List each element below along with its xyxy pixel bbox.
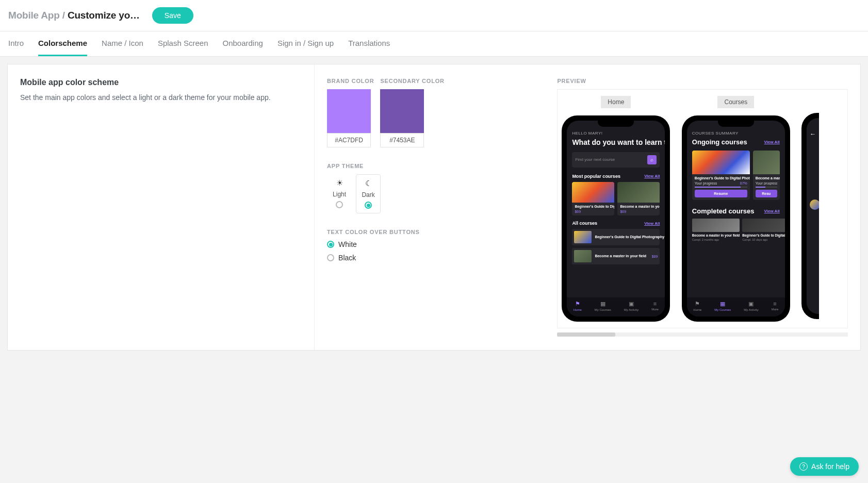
popular-card-2: Become a master in your field $69 xyxy=(617,182,660,215)
tabs: Intro Colorscheme Name / Icon Splash Scr… xyxy=(0,31,868,57)
preview-third-column: ← xyxy=(801,96,819,319)
ongoing-card-2: Become a master in your field Your progr… xyxy=(753,151,780,200)
grid-icon: ▦ xyxy=(714,301,731,307)
flag-icon: ⚑ xyxy=(574,301,582,307)
tab-colorscheme[interactable]: Colorscheme xyxy=(38,31,87,56)
greeting: HELLO MARY! xyxy=(572,131,660,136)
resume-button-2: Resu xyxy=(756,190,777,197)
card2-price: $69 xyxy=(617,210,660,215)
phone-navbar: ⚑Home ▦My Courses ▣My Activity ≡More xyxy=(567,297,665,317)
theme-dark-card[interactable]: ☾ Dark xyxy=(356,174,381,213)
theme-dark-label: Dark xyxy=(362,191,374,198)
comp1-meta: Compl. 2 months ago xyxy=(692,238,740,241)
og1-title: Beginner's Guide to Digital Photography xyxy=(692,174,750,181)
list2-title: Become a master in your field xyxy=(595,254,648,258)
tab-splash-screen[interactable]: Splash Screen xyxy=(158,31,208,56)
text-over-black-row[interactable]: Black xyxy=(327,254,532,262)
list-row-1: Beginner's Guide to Digital Photography … xyxy=(572,229,660,245)
brand-color-input[interactable]: #AC7DFD xyxy=(327,133,371,147)
og1-progress-label: Your progress xyxy=(695,181,717,185)
app-theme-label: APP THEME xyxy=(327,163,532,169)
right-column: PREVIEW Home HELLO MARY! What do you wan… xyxy=(545,64,860,350)
list2-price: $89 xyxy=(652,255,658,258)
view-all-completed: View All xyxy=(764,209,780,213)
section-title: Mobile app color scheme xyxy=(20,78,302,87)
sun-icon: ☀ xyxy=(336,178,343,188)
view-all-link-2: View All xyxy=(644,221,660,226)
phone-home-screen: HELLO MARY! What do you want to learn to… xyxy=(567,121,665,317)
tab-name-icon[interactable]: Name / Icon xyxy=(102,31,143,56)
secondary-color-label: SECONDARY COLOR xyxy=(380,78,444,84)
secondary-color-input[interactable]: #7453AE xyxy=(380,133,424,147)
phone-courses: COURSES SUMMARY Ongoing courses View All… xyxy=(682,115,790,322)
main-panel: Mobile app color scheme Set the main app… xyxy=(7,64,861,351)
preview-scrollbar[interactable] xyxy=(557,332,848,337)
search-icon: ⌕ xyxy=(647,155,657,164)
preview-home-tab: Home xyxy=(601,96,631,108)
header: Mobile App / Customize yo… Save xyxy=(0,0,868,31)
image-icon: ▣ xyxy=(624,301,638,307)
ongoing-card-1: Beginner's Guide to Digital Photography … xyxy=(692,151,750,200)
phone-courses-screen: COURSES SUMMARY Ongoing courses View All… xyxy=(687,121,785,317)
left-column: Mobile app color scheme Set the main app… xyxy=(8,64,315,350)
nav2-home: ⚑Home xyxy=(693,301,701,311)
theme-dark-radio[interactable] xyxy=(365,202,372,209)
secondary-color-swatch[interactable] xyxy=(380,89,424,133)
nav2-more: ≡More xyxy=(772,301,779,311)
section-desc: Set the main app colors and select a lig… xyxy=(20,92,302,103)
breadcrumb: Mobile App / Customize yo… xyxy=(8,10,140,21)
tab-intro[interactable]: Intro xyxy=(8,31,24,56)
moon-icon: ☾ xyxy=(365,179,372,188)
text-over-black-radio[interactable] xyxy=(327,254,334,261)
preview-label: PREVIEW xyxy=(557,78,848,84)
comp2-title: Beginner's Guide to Digital Photography xyxy=(742,234,785,237)
courses-summary: COURSES SUMMARY xyxy=(692,131,780,136)
preview-home-column: Home HELLO MARY! What do you want to lea… xyxy=(562,96,670,322)
save-button[interactable]: Save xyxy=(152,7,193,24)
preview-courses-tab: Courses xyxy=(717,96,754,108)
text-over-white-radio[interactable] xyxy=(327,241,334,248)
ongoing-title: Ongoing courses xyxy=(692,138,747,146)
secondary-color-group: SECONDARY COLOR #7453AE xyxy=(380,78,444,147)
comp-card-2: Beginner's Guide to Digital Photography … xyxy=(742,219,785,241)
text-over-label: TEXT COLOR OVER BUTTONS xyxy=(327,229,532,235)
menu-icon: ≡ xyxy=(651,301,659,307)
menu-icon: ≡ xyxy=(772,301,779,307)
list1-title: Beginner's Guide to Digital Photography xyxy=(595,235,664,239)
theme-light-radio[interactable] xyxy=(336,201,343,208)
phone-home: HELLO MARY! What do you want to learn to… xyxy=(562,115,670,322)
text-over-black-label: Black xyxy=(338,254,356,262)
preview-courses-column: Courses COURSES SUMMARY Ongoing courses … xyxy=(682,96,790,322)
nav2-my-activity: ▣My Activity xyxy=(744,301,758,311)
brand-color-swatch[interactable] xyxy=(327,89,371,133)
theme-light-card[interactable]: ☀ Light xyxy=(327,174,352,213)
flag-icon: ⚑ xyxy=(693,301,701,307)
headline: What do you want to learn today? xyxy=(572,138,660,147)
comp1-title: Become a master in your field xyxy=(692,234,740,237)
brand-color-label: BRAND COLOR xyxy=(327,78,374,84)
view-all-link: View All xyxy=(644,174,660,178)
tab-signin-signup[interactable]: Sign in / Sign up xyxy=(277,31,334,56)
completed-title: Completed courses xyxy=(692,207,755,215)
image-icon: ▣ xyxy=(744,301,758,307)
text-over-white-row[interactable]: White xyxy=(327,240,532,248)
card1-title: Beginner's Guide to Digital Photography xyxy=(572,203,614,210)
popular-card-1: Beginner's Guide to Digital Photography … xyxy=(572,182,614,215)
grid-icon: ▦ xyxy=(595,301,611,307)
og1-pct: 87% xyxy=(740,181,747,185)
brand-color-group: BRAND COLOR #AC7DFD xyxy=(327,78,374,147)
og2-progress-label: Your progress xyxy=(756,181,777,185)
breadcrumb-current: Customize yo… xyxy=(68,10,140,21)
nav-home: ⚑Home xyxy=(574,301,582,311)
resume-button-1: Resume xyxy=(695,190,747,197)
text-over-white-label: White xyxy=(338,240,357,248)
search-placeholder: Find your next course xyxy=(575,157,615,162)
breadcrumb-parent[interactable]: Mobile App / xyxy=(8,10,68,21)
tab-onboarding[interactable]: Onboarding xyxy=(223,31,263,56)
preview-area[interactable]: Home HELLO MARY! What do you want to lea… xyxy=(557,89,848,328)
nav-my-activity: ▣My Activity xyxy=(624,301,638,311)
tab-translations[interactable]: Translations xyxy=(348,31,390,56)
nav-my-courses: ▦My Courses xyxy=(595,301,611,311)
comp-card-1: Become a master in your field Compl. 2 m… xyxy=(692,219,740,241)
card1-price: $69 xyxy=(572,210,614,215)
